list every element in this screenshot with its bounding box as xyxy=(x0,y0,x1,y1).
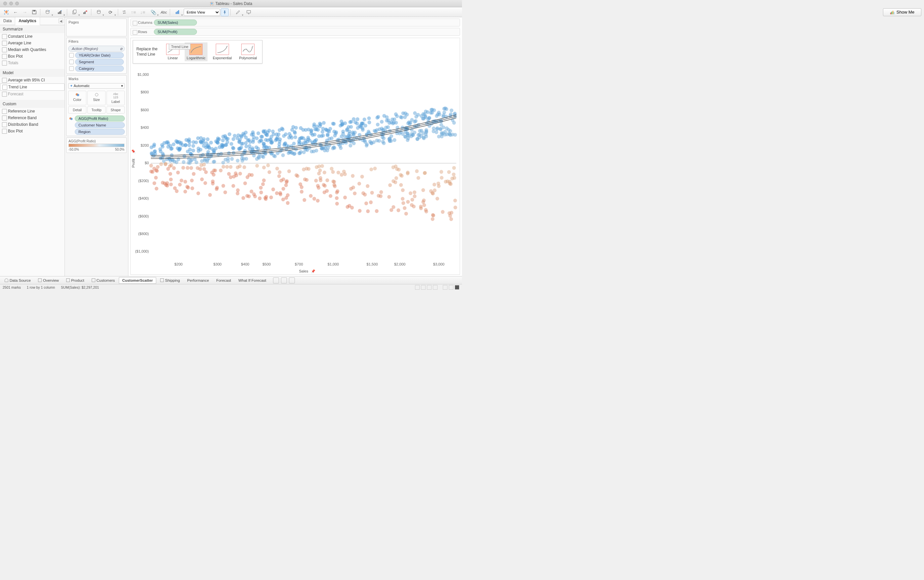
svg-point-644 xyxy=(156,165,159,169)
swap-icon[interactable] xyxy=(120,8,128,16)
duplicate-icon[interactable] xyxy=(69,8,80,16)
marks-label[interactable]: Abc123Label xyxy=(107,91,125,105)
svg-point-966 xyxy=(449,133,452,137)
trend-polynomial[interactable]: Polynomial xyxy=(237,42,259,61)
view-filmstrip-icon[interactable] xyxy=(449,285,454,290)
text-icon[interactable]: Abc xyxy=(159,8,168,16)
sort-asc-icon[interactable]: ↑≡ xyxy=(129,8,138,16)
sheet-forecast[interactable]: Forecast xyxy=(213,277,234,284)
svg-point-654 xyxy=(331,180,335,183)
svg-point-522 xyxy=(275,167,279,171)
filter-context-icon xyxy=(69,59,74,64)
svg-point-813 xyxy=(286,193,289,197)
marks-type-select[interactable]: ✦ Automatic▾ xyxy=(68,83,125,89)
trend-logarithmic[interactable]: Trend Line Logarithmic xyxy=(185,42,207,61)
analytics-box-plot-custom[interactable]: Box Plot xyxy=(0,128,64,134)
columns-pill-sales[interactable]: SUM(Sales) xyxy=(154,20,197,25)
collapse-pane-icon[interactable]: ◀ xyxy=(59,18,63,23)
svg-point-875 xyxy=(362,191,365,195)
tab-analytics[interactable]: Analytics xyxy=(15,17,40,25)
svg-rect-4 xyxy=(33,10,35,12)
svg-point-889 xyxy=(304,141,307,145)
analytics-box-plot[interactable]: Box Plot xyxy=(0,53,64,59)
view-sheet-icon[interactable] xyxy=(455,285,459,290)
close-window-icon[interactable] xyxy=(3,2,7,5)
analytics-average-line[interactable]: Average Line xyxy=(0,40,64,46)
filter-segment[interactable]: Segment xyxy=(75,59,124,65)
analytics-ref-line[interactable]: Reference Line xyxy=(0,108,64,115)
nav-next-icon[interactable] xyxy=(427,285,432,290)
nav-last-icon[interactable] xyxy=(433,285,437,290)
filter-action-region[interactable]: Action (Region)⊘ xyxy=(68,46,125,52)
new-story-button[interactable] xyxy=(289,277,295,283)
sheet-product[interactable]: Product xyxy=(63,277,88,284)
marks-size[interactable]: Size xyxy=(87,91,105,105)
pages-shelf[interactable]: Pages xyxy=(66,18,127,36)
chart-viewport[interactable]: Replace theTrend Line Linear Trend Line … xyxy=(130,38,460,275)
new-dashboard-button[interactable] xyxy=(281,277,287,283)
filter-category[interactable]: Category xyxy=(75,66,124,71)
pin-icon[interactable] xyxy=(221,8,229,16)
analytics-dist-band[interactable]: Distribution Band xyxy=(0,121,64,128)
marks-pill-region[interactable]: Region xyxy=(75,129,125,135)
connect-icon[interactable] xyxy=(93,8,104,16)
filter-year[interactable]: YEAR(Order Date) xyxy=(75,52,124,58)
sheet-performance[interactable]: Performance xyxy=(184,277,212,284)
tableau-icon[interactable] xyxy=(2,8,11,16)
analytics-constant-line[interactable]: Constant Line xyxy=(0,33,64,40)
presentation-icon[interactable] xyxy=(244,8,253,16)
filters-shelf[interactable]: Filters Action (Region)⊘ YEAR(Order Date… xyxy=(66,38,127,74)
refresh-icon[interactable]: ⟳ xyxy=(105,8,116,16)
save-icon[interactable] xyxy=(30,8,38,16)
attach-icon[interactable]: 📎 xyxy=(148,8,159,16)
minimize-window-icon[interactable] xyxy=(9,2,13,5)
back-icon[interactable]: ← xyxy=(11,8,20,16)
sheet-overview[interactable]: Overview xyxy=(35,277,62,284)
highlight-icon[interactable] xyxy=(232,8,243,16)
svg-point-634 xyxy=(287,170,291,173)
tab-data[interactable]: Data xyxy=(0,17,15,25)
scatter-chart[interactable]: ($1,000)($800)($600)($400)($200)$0$200$4… xyxy=(131,38,460,274)
nav-first-icon[interactable] xyxy=(415,285,420,290)
analytics-median-quartiles[interactable]: Median with Quartiles xyxy=(0,46,64,53)
rows-pill-profit[interactable]: SUM(Profit) xyxy=(154,29,197,35)
traffic-lights[interactable] xyxy=(0,2,19,5)
analytics-trend-line[interactable]: Trend Line xyxy=(0,83,64,91)
sheet-customers[interactable]: Customers xyxy=(88,277,118,284)
trend-drop-target[interactable]: Replace theTrend Line Linear Trend Line … xyxy=(133,40,263,64)
columns-shelf[interactable]: Columns SUM(Sales) xyxy=(130,18,460,26)
sheet-what-if[interactable]: What If Forecast xyxy=(235,277,270,284)
marks-pill-profit-ratio[interactable]: AGG(Profit Ratio) xyxy=(75,115,125,122)
forward-icon[interactable]: → xyxy=(21,8,29,16)
svg-point-748 xyxy=(197,147,200,151)
marks-tooltip[interactable]: Tooltip xyxy=(87,106,105,114)
svg-point-849 xyxy=(175,189,178,193)
marks-pill-customer[interactable]: Customer Name xyxy=(75,122,125,128)
svg-point-935 xyxy=(360,122,363,125)
maximize-window-icon[interactable] xyxy=(15,2,19,5)
color-legend[interactable]: AGG(Profit Ratio) -50.0%50.0% xyxy=(66,137,127,153)
marks-detail[interactable]: Detail xyxy=(68,106,86,114)
view-tabs-icon[interactable] xyxy=(443,285,447,290)
main-toolbar: ← → + + ⟳ ↑≡ ↓≡ 📎 Abc Entire View Show M… xyxy=(0,7,462,17)
sheet-customer-scatter[interactable]: CustomerScatter xyxy=(119,277,156,284)
rows-shelf[interactable]: Rows SUM(Profit) xyxy=(130,28,460,36)
fit-select[interactable]: Entire View xyxy=(184,8,220,16)
new-data-icon[interactable]: + xyxy=(42,8,53,16)
analytics-average-ci[interactable]: Average with 95% CI xyxy=(0,77,64,83)
svg-point-907 xyxy=(356,126,360,130)
analytics-ref-band[interactable]: Reference Band xyxy=(0,115,64,121)
sheet-shipping[interactable]: Shipping xyxy=(157,277,183,284)
sort-desc-icon[interactable]: ↓≡ xyxy=(138,8,147,16)
clear-icon[interactable] xyxy=(81,8,89,16)
new-worksheet-icon[interactable]: + xyxy=(54,8,65,16)
svg-point-605 xyxy=(260,135,264,139)
marks-shape[interactable]: Shape xyxy=(107,106,125,114)
show-labels-icon[interactable] xyxy=(172,8,183,16)
nav-prev-icon[interactable] xyxy=(421,285,426,290)
sheet-data-source[interactable]: Data Source xyxy=(1,277,34,284)
new-worksheet-button[interactable] xyxy=(273,277,279,283)
trend-exponential[interactable]: Exponential xyxy=(211,42,234,61)
svg-rect-17 xyxy=(177,11,178,14)
marks-color[interactable]: Color xyxy=(68,91,86,105)
